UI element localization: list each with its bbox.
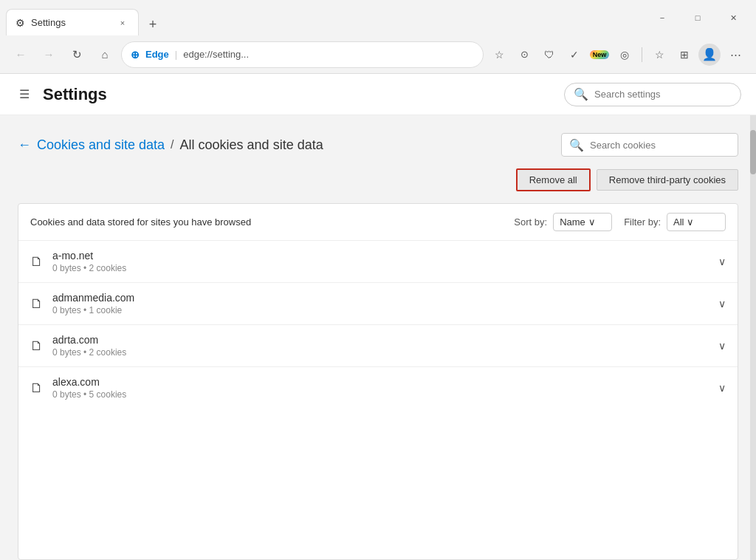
- filter-dropdown[interactable]: All ∨: [667, 213, 726, 231]
- cookie-meta: 0 bytes • 1 cookie: [52, 305, 709, 315]
- file-icon: 🗋: [30, 296, 44, 312]
- breadcrumb-back-icon[interactable]: ←: [18, 137, 31, 153]
- settings-search-box[interactable]: 🔍: [564, 83, 741, 106]
- breadcrumb-area: ← Cookies and site data / All cookies an…: [18, 133, 738, 157]
- favorites-icon[interactable]: ☆: [488, 44, 510, 66]
- collections2-icon[interactable]: ⊞: [673, 44, 695, 66]
- sort-area: Sort by: Name ∨: [514, 213, 612, 231]
- settings-header: ☰ Settings 🔍: [0, 74, 756, 115]
- tab-area: ⚙ Settings × +: [6, 0, 639, 35]
- edge-label: Edge: [145, 49, 169, 60]
- cookie-name: a-mo.net: [52, 250, 709, 262]
- cookie-meta: 0 bytes • 2 cookies: [52, 263, 709, 273]
- minimize-button[interactable]: −: [645, 6, 679, 30]
- restore-button[interactable]: □: [681, 6, 715, 30]
- cookie-info: alexa.com 0 bytes • 5 cookies: [52, 376, 709, 400]
- collections-icon[interactable]: ⊙: [513, 44, 535, 66]
- address-text: edge://setting...: [183, 49, 249, 60]
- back-button[interactable]: ←: [9, 43, 32, 66]
- cookie-search-box[interactable]: 🔍: [561, 133, 738, 157]
- profile-icon[interactable]: 👤: [698, 44, 721, 66]
- sort-value: Name: [560, 216, 585, 228]
- vpn-icon[interactable]: ✓: [563, 44, 585, 66]
- action-bar: Remove all Remove third-party cookies: [18, 168, 738, 191]
- filter-label: Filter by:: [624, 216, 661, 228]
- file-icon: 🗋: [30, 254, 44, 270]
- breadcrumb-parent-link[interactable]: Cookies and site data: [37, 137, 165, 153]
- remove-all-button[interactable]: Remove all: [516, 168, 591, 191]
- cookies-table: Cookies and data stored for sites you ha…: [18, 203, 738, 560]
- cookie-info: adrta.com 0 bytes • 2 cookies: [52, 334, 709, 358]
- titlebar: ⚙ Settings × + − □ ✕: [0, 0, 756, 35]
- cookie-row[interactable]: 🗋 adrta.com 0 bytes • 2 cookies ∨: [18, 325, 738, 367]
- settings-tab[interactable]: ⚙ Settings ×: [6, 9, 139, 35]
- new-badge: New: [590, 50, 610, 59]
- forward-button[interactable]: →: [37, 43, 61, 66]
- window-controls: − □ ✕: [645, 6, 750, 30]
- file-icon: 🗋: [30, 380, 44, 396]
- toolbar-icons: ☆ ⊙ 🛡 ✓ New ◎ ☆ ⊞ 👤 ⋯: [488, 43, 747, 66]
- cookie-rows-container: 🗋 a-mo.net 0 bytes • 2 cookies ∨ 🗋 adman…: [18, 241, 738, 409]
- cookie-meta: 0 bytes • 5 cookies: [52, 389, 709, 400]
- refresh-button[interactable]: ↻: [65, 43, 89, 66]
- cookie-search-input[interactable]: [590, 140, 730, 151]
- settings-page: ☰ Settings 🔍 ← Cookies and site data / A…: [0, 74, 756, 560]
- breadcrumb: ← Cookies and site data / All cookies an…: [18, 137, 323, 153]
- settings-title: Settings: [43, 85, 107, 104]
- scrollbar-track[interactable]: [750, 115, 756, 560]
- rewards-icon[interactable]: New: [588, 44, 611, 66]
- bookmarks-icon[interactable]: ☆: [648, 44, 670, 66]
- cookie-row[interactable]: 🗋 admanmedia.com 0 bytes • 1 cookie ∨: [18, 283, 738, 325]
- sort-label: Sort by:: [514, 216, 547, 228]
- filter-value: All: [673, 216, 684, 228]
- breadcrumb-current: All cookies and site data: [180, 137, 323, 153]
- shield-icon[interactable]: 🛡: [538, 44, 560, 66]
- settings-search-input[interactable]: [594, 89, 732, 100]
- expand-chevron-icon[interactable]: ∨: [718, 340, 726, 352]
- expand-chevron-icon[interactable]: ∨: [718, 256, 726, 267]
- edge-logo: ⊕: [131, 49, 140, 61]
- settings-search-icon: 🔍: [574, 87, 588, 101]
- cookie-search-icon: 🔍: [569, 138, 584, 152]
- tab-close-button[interactable]: ×: [116, 16, 129, 30]
- copilot-icon[interactable]: ◎: [614, 44, 636, 66]
- home-button[interactable]: ⌂: [93, 43, 117, 66]
- content-area: ← Cookies and site data / All cookies an…: [0, 115, 756, 560]
- sort-chevron-icon: ∨: [588, 216, 596, 228]
- remove-third-party-button[interactable]: Remove third-party cookies: [597, 169, 738, 191]
- cookie-info: admanmedia.com 0 bytes • 1 cookie: [52, 292, 709, 315]
- close-button[interactable]: ✕: [716, 6, 750, 30]
- address-separator: |: [175, 49, 177, 60]
- toolbar-separator: [642, 47, 642, 62]
- cookie-name: admanmedia.com: [52, 292, 709, 304]
- breadcrumb-separator: /: [171, 138, 173, 151]
- new-tab-button[interactable]: +: [142, 13, 164, 35]
- more-button[interactable]: ⋯: [724, 43, 747, 66]
- sort-dropdown[interactable]: Name ∨: [553, 213, 612, 231]
- cookie-name: adrta.com: [52, 334, 709, 346]
- table-header: Cookies and data stored for sites you ha…: [18, 204, 738, 241]
- file-icon: 🗋: [30, 338, 44, 354]
- table-header-text: Cookies and data stored for sites you ha…: [30, 216, 502, 228]
- expand-chevron-icon[interactable]: ∨: [718, 382, 726, 394]
- cookie-info: a-mo.net 0 bytes • 2 cookies: [52, 250, 709, 273]
- cookie-row[interactable]: 🗋 a-mo.net 0 bytes • 2 cookies ∨: [18, 241, 738, 283]
- cookie-meta: 0 bytes • 2 cookies: [52, 347, 709, 358]
- filter-chevron-icon: ∨: [687, 216, 694, 228]
- browser-toolbar: ← → ↻ ⌂ ⊕ Edge | edge://setting... ☆ ⊙ 🛡…: [0, 35, 756, 74]
- cookie-row[interactable]: 🗋 alexa.com 0 bytes • 5 cookies ∨: [18, 367, 738, 409]
- expand-chevron-icon[interactable]: ∨: [718, 298, 726, 310]
- address-bar[interactable]: ⊕ Edge | edge://setting...: [121, 41, 484, 68]
- settings-tab-label: Settings: [31, 17, 66, 28]
- cookie-name: alexa.com: [52, 376, 709, 388]
- scrollbar-thumb[interactable]: [750, 130, 756, 174]
- hamburger-menu[interactable]: ☰: [15, 83, 34, 106]
- settings-tab-icon: ⚙: [16, 17, 25, 29]
- filter-area: Filter by: All ∨: [624, 213, 726, 231]
